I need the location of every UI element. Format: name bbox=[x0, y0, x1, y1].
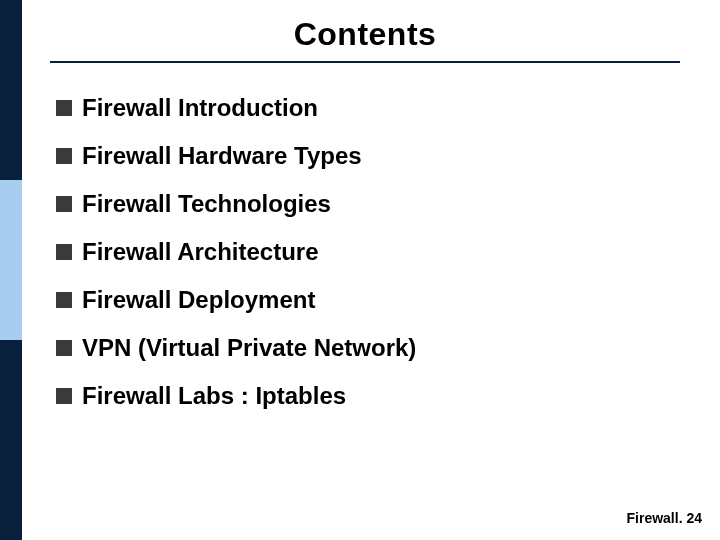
list-item: VPN (Virtual Private Network) bbox=[56, 330, 660, 366]
page-title: Contents bbox=[50, 16, 680, 53]
square-bullet-icon bbox=[56, 196, 72, 212]
list-item: Firewall Deployment bbox=[56, 282, 660, 318]
square-bullet-icon bbox=[56, 340, 72, 356]
list-item: Firewall Labs : Iptables bbox=[56, 378, 660, 414]
sidebar-stripe-dark-top bbox=[0, 0, 22, 180]
content-list: Firewall Introduction Firewall Hardware … bbox=[56, 90, 660, 426]
square-bullet-icon bbox=[56, 148, 72, 164]
square-bullet-icon bbox=[56, 388, 72, 404]
list-item-label: Firewall Technologies bbox=[82, 186, 331, 222]
list-item-label: Firewall Labs : Iptables bbox=[82, 378, 346, 414]
footer: Firewall. 24 bbox=[627, 510, 703, 526]
title-area: Contents bbox=[50, 16, 680, 71]
list-item: Firewall Architecture bbox=[56, 234, 660, 270]
list-item: Firewall Introduction bbox=[56, 90, 660, 126]
title-underline bbox=[50, 61, 680, 63]
footer-page-number: 24 bbox=[686, 510, 702, 526]
list-item-label: Firewall Deployment bbox=[82, 282, 315, 318]
list-item-label: VPN (Virtual Private Network) bbox=[82, 330, 416, 366]
sidebar-stripe-light bbox=[0, 180, 22, 340]
footer-label: Firewall. bbox=[627, 510, 683, 526]
list-item: Firewall Technologies bbox=[56, 186, 660, 222]
square-bullet-icon bbox=[56, 100, 72, 116]
list-item-label: Firewall Architecture bbox=[82, 234, 319, 270]
slide: Contents Firewall Introduction Firewall … bbox=[0, 0, 720, 540]
square-bullet-icon bbox=[56, 292, 72, 308]
list-item-label: Firewall Introduction bbox=[82, 90, 318, 126]
sidebar-stripe-dark-bottom bbox=[0, 340, 22, 540]
square-bullet-icon bbox=[56, 244, 72, 260]
list-item: Firewall Hardware Types bbox=[56, 138, 660, 174]
list-item-label: Firewall Hardware Types bbox=[82, 138, 362, 174]
